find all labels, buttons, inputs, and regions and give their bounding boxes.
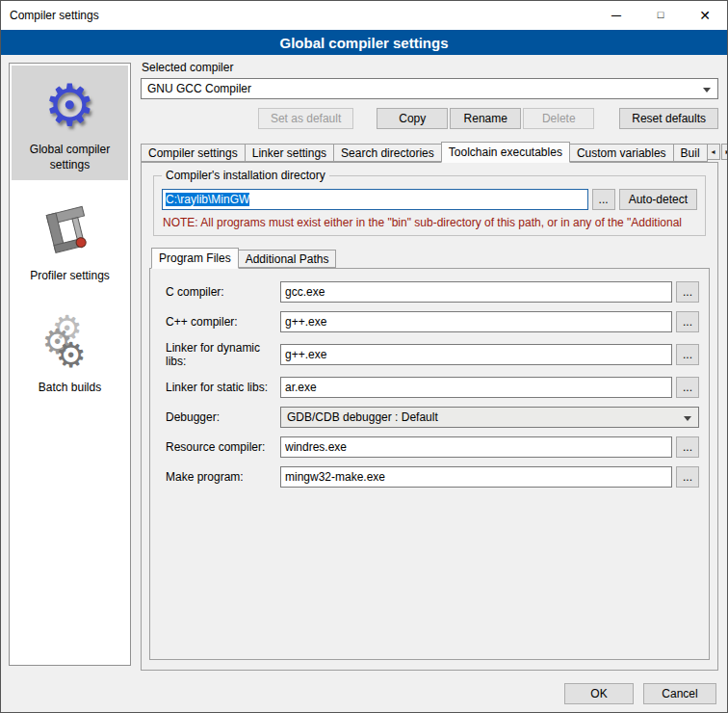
set-as-default-button[interactable]: Set as default: [258, 108, 353, 129]
c-compiler-input[interactable]: [280, 281, 672, 303]
selected-compiler-label: Selected compiler: [142, 61, 718, 74]
compiler-settings-window: Compiler settings ─ □ ✕ Global compiler …: [0, 0, 728, 713]
main-panel: Selected compiler GNU GCC Compiler Set a…: [141, 61, 718, 671]
chevron-down-icon: [684, 416, 691, 421]
tab-search-directories[interactable]: Search directories: [333, 144, 442, 162]
installation-directory-row: C:\raylib\MinGW ... Auto-detect: [162, 189, 697, 210]
static-linker-browse-button[interactable]: ...: [676, 377, 699, 398]
global-compiler-gear-icon: ⚙: [13, 73, 126, 139]
program-files-tab-bar: Program Files Additional Paths: [151, 248, 710, 268]
tab-program-files[interactable]: Program Files: [151, 248, 239, 269]
sidebar-item-global-compiler-settings[interactable]: ⚙ Global compiler settings: [12, 66, 128, 180]
dynamic-linker-label: Linker for dynamic libs:: [166, 341, 280, 368]
maximize-icon: □: [658, 9, 664, 20]
profiler-icon: [13, 199, 126, 265]
dialog-footer: OK Cancel: [564, 683, 716, 704]
c-compiler-label: C compiler:: [166, 285, 280, 299]
installation-directory-browse-button[interactable]: ...: [592, 189, 615, 210]
sidebar-item-profiler-settings[interactable]: Profiler settings: [12, 192, 128, 292]
static-linker-label: Linker for static libs:: [166, 381, 280, 394]
debugger-select[interactable]: GDB/CDB debugger : Default: [280, 407, 699, 428]
static-linker-row: Linker for static libs: ...: [166, 377, 699, 398]
sidebar-item-batch-builds[interactable]: ⚙ ⚙ ⚙ Batch builds: [12, 304, 128, 404]
sidebar-item-label: Batch builds: [13, 381, 126, 396]
dialog-body: ⚙ Global compiler settings: [1, 55, 727, 712]
installation-directory-input[interactable]: C:\raylib\MinGW: [162, 189, 588, 210]
reset-defaults-button[interactable]: Reset defaults: [619, 108, 718, 129]
sidebar-item-label: Profiler settings: [13, 269, 126, 284]
compiler-select[interactable]: GNU GCC Compiler: [141, 78, 718, 99]
auto-detect-button[interactable]: Auto-detect: [619, 189, 697, 210]
bin-subdirectory-note: NOTE: All programs must exist either in …: [163, 216, 696, 229]
c-compiler-row: C compiler: ...: [166, 281, 699, 303]
tab-scroll-right-icon[interactable]: ▸: [721, 144, 728, 160]
tab-compiler-settings[interactable]: Compiler settings: [141, 144, 246, 162]
settings-sidebar: ⚙ Global compiler settings: [9, 63, 131, 666]
cpp-compiler-row: C++ compiler: ...: [166, 311, 699, 332]
compiler-select-value: GNU GCC Compiler: [147, 82, 251, 95]
tab-custom-variables[interactable]: Custom variables: [569, 144, 674, 162]
tab-linker-settings[interactable]: Linker settings: [245, 144, 334, 162]
minimize-icon: ─: [611, 8, 621, 23]
close-button[interactable]: ✕: [683, 1, 727, 30]
installation-directory-group-title: Compiler's installation directory: [162, 169, 329, 182]
installation-directory-group: Compiler's installation directory C:\ray…: [153, 175, 706, 236]
tab-scroll-buttons: ◂ ▸: [707, 144, 728, 160]
window-controls: ─ □ ✕: [594, 1, 727, 30]
make-program-row: Make program: ...: [166, 466, 699, 488]
debugger-row: Debugger: GDB/CDB debugger : Default: [166, 407, 699, 428]
tab-scroll-left-icon[interactable]: ◂: [707, 144, 720, 160]
dynamic-linker-input[interactable]: [280, 344, 672, 365]
settings-tab-bar: Compiler settings Linker settings Search…: [141, 142, 718, 162]
make-program-browse-button[interactable]: ...: [676, 466, 699, 488]
debugger-label: Debugger:: [166, 410, 280, 424]
toolchain-executables-panel: Compiler's installation directory C:\ray…: [141, 162, 718, 671]
cancel-button[interactable]: Cancel: [643, 683, 716, 704]
close-icon: ✕: [699, 8, 711, 23]
make-program-input[interactable]: [280, 466, 672, 488]
chevron-down-icon: [703, 88, 711, 92]
compiler-actions-row: Set as default Copy Rename Delete Reset …: [141, 108, 718, 129]
resource-compiler-browse-button[interactable]: ...: [676, 436, 699, 458]
c-compiler-browse-button[interactable]: ...: [676, 281, 699, 303]
installation-directory-value: C:\raylib\MinGW: [166, 193, 249, 206]
minimize-button[interactable]: ─: [594, 1, 638, 30]
dialog-header: Global compiler settings: [1, 30, 727, 55]
ok-button[interactable]: OK: [564, 683, 634, 704]
resource-compiler-label: Resource compiler:: [166, 440, 280, 454]
rename-button[interactable]: Rename: [450, 108, 521, 129]
cpp-compiler-label: C++ compiler:: [166, 315, 280, 329]
sidebar-item-label: Global compiler settings: [13, 143, 126, 172]
cpp-compiler-input[interactable]: [280, 311, 672, 332]
copy-button[interactable]: Copy: [377, 108, 448, 129]
batch-builds-gears-icon: ⚙ ⚙ ⚙: [13, 311, 126, 377]
cpp-compiler-browse-button[interactable]: ...: [676, 311, 699, 332]
tab-toolchain-executables[interactable]: Toolchain executables: [441, 142, 570, 163]
dynamic-linker-browse-button[interactable]: ...: [676, 344, 699, 365]
make-program-label: Make program:: [166, 470, 280, 484]
maximize-button[interactable]: □: [638, 1, 683, 30]
titlebar[interactable]: Compiler settings ─ □ ✕: [1, 1, 727, 30]
tab-build-truncated[interactable]: Buil: [673, 144, 708, 162]
resource-compiler-row: Resource compiler: ...: [166, 436, 699, 458]
resource-compiler-input[interactable]: [280, 436, 672, 458]
dynamic-linker-row: Linker for dynamic libs: ...: [166, 341, 699, 368]
delete-button[interactable]: Delete: [523, 108, 594, 129]
page-title: Global compiler settings: [279, 35, 448, 51]
debugger-select-value: GDB/CDB debugger : Default: [287, 410, 438, 424]
window-title: Compiler settings: [10, 9, 99, 22]
program-files-panel: C compiler: ... C++ compiler: ...: [149, 268, 710, 660]
static-linker-input[interactable]: [280, 377, 672, 398]
tab-additional-paths[interactable]: Additional Paths: [238, 250, 337, 268]
